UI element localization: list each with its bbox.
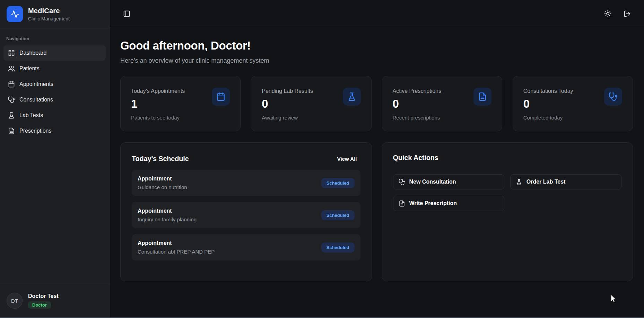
stat-caption: Completed today <box>523 115 622 121</box>
flask-icon <box>343 88 361 106</box>
main-area: Good afternoon, Doctor! Here's an overvi… <box>110 0 644 317</box>
sidebar-item-appointments[interactable]: Appointments <box>3 77 106 92</box>
schedule-title: Today's Schedule <box>132 155 189 163</box>
quick-action-label: Write Prescription <box>409 200 457 206</box>
brand-logo <box>7 6 23 22</box>
order-lab-test-button[interactable]: Order Lab Test <box>510 174 621 189</box>
stats-grid: Today's Appointments 1 Patients to see t… <box>120 76 633 131</box>
users-icon <box>8 65 15 72</box>
stat-card-lab-results: Pending Lab Results 0 Awaiting review <box>251 76 371 131</box>
appointment-description: Guidance on nutrition <box>138 184 187 190</box>
view-all-button[interactable]: View All <box>334 154 360 164</box>
activity-icon <box>10 10 19 19</box>
stethoscope-icon <box>399 179 405 185</box>
stethoscope-icon <box>604 88 622 106</box>
dashboard-icon <box>8 50 15 56</box>
sun-icon <box>604 10 611 17</box>
quick-actions-title: Quick Actions <box>393 154 438 162</box>
status-badge: Scheduled <box>321 242 355 253</box>
brand-name: MediCare <box>28 7 70 15</box>
sidebar-item-label: Consultations <box>19 97 53 103</box>
stat-card-consultations: Consultations Today 0 Completed today <box>513 76 633 131</box>
theme-toggle-button[interactable] <box>601 7 614 20</box>
sidebar-item-patients[interactable]: Patients <box>3 61 106 76</box>
stethoscope-icon <box>8 96 15 103</box>
sidebar-item-dashboard[interactable]: Dashboard <box>3 45 106 61</box>
page-title: Good afternoon, Doctor! <box>120 39 633 52</box>
nav-section-label: Navigation <box>3 33 106 45</box>
user-profile[interactable]: DT Doctor Test Doctor <box>0 284 109 317</box>
topbar <box>110 0 644 27</box>
sidebar-item-label: Lab Tests <box>19 112 43 118</box>
schedule-panel: Today's Schedule View All Appointment Gu… <box>120 142 372 281</box>
sidebar-item-label: Patients <box>19 65 40 72</box>
role-badge: Doctor <box>28 301 51 309</box>
user-name: Doctor Test <box>28 293 59 299</box>
sidebar-nav: Navigation Dashboard Patients Appointmen… <box>0 28 109 284</box>
stat-caption: Awaiting review <box>262 115 360 121</box>
file-text-icon <box>8 127 15 134</box>
stat-card-prescriptions: Active Prescriptions 0 Recent prescripti… <box>382 76 502 131</box>
brand: MediCare Clinic Management <box>0 0 109 28</box>
status-badge: Scheduled <box>321 210 355 220</box>
file-text-icon <box>473 88 491 106</box>
page-subtitle: Here's an overview of your clinic manage… <box>120 57 633 64</box>
file-text-icon <box>399 200 405 207</box>
quick-action-label: New Consultation <box>409 179 456 185</box>
write-prescription-button[interactable]: Write Prescription <box>393 196 504 211</box>
sidebar-item-consultations[interactable]: Consultations <box>3 92 106 107</box>
sidebar-item-prescriptions[interactable]: Prescriptions <box>3 123 106 139</box>
appointment-description: Inquiry on family planning <box>138 217 197 222</box>
quick-action-label: Order Lab Test <box>526 179 566 185</box>
stat-caption: Patients to see today <box>131 115 230 121</box>
schedule-item[interactable]: Appointment Consultation abt PREP AND PE… <box>132 234 360 260</box>
logout-button[interactable] <box>620 7 634 20</box>
status-badge: Scheduled <box>321 178 355 188</box>
logout-icon <box>624 10 631 17</box>
schedule-item[interactable]: Appointment Inquiry on family planning S… <box>132 202 360 228</box>
sidebar-toggle-button[interactable] <box>120 7 133 20</box>
calendar-icon <box>8 81 15 88</box>
appointment-description: Consultation abt PREP AND PEP <box>138 249 215 255</box>
appointment-title: Appointment <box>138 176 187 182</box>
flask-icon <box>516 179 522 185</box>
calendar-icon <box>212 88 230 106</box>
brand-subtitle: Clinic Management <box>28 16 70 21</box>
panel-left-icon <box>123 10 130 17</box>
sidebar-item-label: Dashboard <box>19 50 46 56</box>
schedule-item[interactable]: Appointment Guidance on nutrition Schedu… <box>132 170 360 196</box>
appointment-title: Appointment <box>138 208 197 214</box>
new-consultation-button[interactable]: New Consultation <box>393 174 504 189</box>
stat-caption: Recent prescriptions <box>393 115 491 121</box>
sidebar: MediCare Clinic Management Navigation Da… <box>0 0 110 317</box>
sidebar-item-label: Appointments <box>19 81 53 87</box>
appointment-title: Appointment <box>138 240 215 246</box>
sidebar-item-lab-tests[interactable]: Lab Tests <box>3 108 106 123</box>
quick-actions-panel: Quick Actions New Consultation Order Lab… <box>382 142 633 281</box>
quick-actions-grid: New Consultation Order Lab Test Write Pr… <box>393 174 622 211</box>
dashboard-content: Good afternoon, Doctor! Here's an overvi… <box>110 27 644 317</box>
panels-row: Today's Schedule View All Appointment Gu… <box>120 142 633 281</box>
flask-icon <box>8 112 15 119</box>
sidebar-item-label: Prescriptions <box>19 128 51 134</box>
stat-card-appointments: Today's Appointments 1 Patients to see t… <box>120 76 241 131</box>
avatar: DT <box>7 293 23 309</box>
